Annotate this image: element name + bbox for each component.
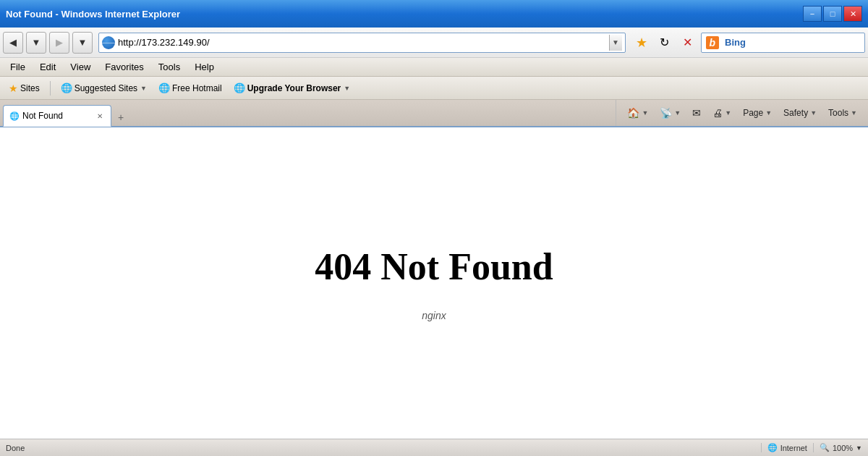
bing-search-box[interactable]: b Bing (701, 33, 865, 53)
upgrade-browser-button[interactable]: 🌐 Upgrade Your Browser ▼ (231, 81, 354, 95)
maximize-button[interactable]: □ (823, 6, 842, 22)
address-bar[interactable]: ▼ (98, 33, 626, 53)
minimize-button[interactable]: − (803, 6, 822, 22)
status-bar: Done 🌐 Internet 🔍 100% ▼ (0, 439, 868, 456)
ie-logo-icon (102, 36, 115, 49)
active-tab[interactable]: 🌐 Not Found ✕ (3, 105, 111, 127)
upgrade-ie-icon: 🌐 (234, 83, 245, 93)
home-icon: 🏠 (627, 107, 639, 119)
menu-bar: File Edit View Favorites Tools Help (0, 58, 868, 77)
tab-icon: 🌐 (9, 111, 20, 121)
menu-tools[interactable]: Tools (151, 60, 187, 74)
print-icon: 🖨 (712, 107, 723, 119)
bing-search-input[interactable] (752, 38, 860, 48)
menu-help[interactable]: Help (187, 60, 221, 74)
tools-dropdown-icon: ▼ (851, 109, 857, 117)
forward-button[interactable]: ▶ (49, 32, 69, 54)
safety-button[interactable]: Safety ▼ (778, 103, 822, 123)
tools-button[interactable]: Tools ▼ (823, 103, 862, 123)
menu-view[interactable]: View (63, 60, 98, 74)
menu-edit[interactable]: Edit (33, 60, 63, 74)
page-content: 404 Not Found nginx (0, 127, 868, 439)
refresh-button[interactable]: ↻ (655, 33, 675, 53)
suggested-sites-label: Suggested Sites (75, 83, 137, 93)
security-zone: 🌐 Internet (761, 443, 807, 452)
back-button[interactable]: ◀ (3, 32, 23, 54)
feeds-dropdown-icon: ▼ (674, 109, 681, 117)
address-dropdown-button[interactable]: ▼ (609, 35, 622, 51)
print-dropdown-icon: ▼ (725, 109, 731, 117)
forward-dropdown-icon: ▼ (78, 37, 88, 48)
suggested-sites-button[interactable]: 🌐 Suggested Sites ▼ (58, 81, 150, 95)
zoom-label: 100% (833, 444, 853, 452)
server-label: nginx (422, 310, 446, 321)
suggested-sites-dropdown-icon: ▼ (140, 85, 147, 92)
error-heading: 404 Not Found (315, 245, 553, 288)
title-bar: Not Found - Windows Internet Explorer − … (0, 0, 868, 28)
tab-label: Not Found (22, 111, 92, 121)
tab-command-row: 🌐 Not Found ✕ + 🏠 ▼ 📡 ▼ ✉ 🖨 ▼ (0, 100, 868, 127)
favorites-divider (50, 81, 51, 96)
safety-dropdown-icon: ▼ (810, 109, 817, 117)
zoom-icon: 🔍 (820, 443, 830, 452)
favorites-sites-label: Sites (20, 83, 40, 93)
home-button[interactable]: 🏠 ▼ (622, 103, 653, 123)
favorites-star-icon[interactable]: ★ (631, 33, 652, 53)
zoom-dropdown-icon: ▼ (856, 444, 862, 452)
window-controls: − □ ✕ (803, 6, 862, 22)
free-hotmail-label: Free Hotmail (172, 83, 222, 93)
favorites-bar: ★ Sites 🌐 Suggested Sites ▼ 🌐 Free Hotma… (0, 77, 868, 100)
page-dropdown-icon: ▼ (765, 109, 772, 117)
read-mail-button[interactable]: ✉ (687, 103, 706, 123)
stop-icon: ✕ (683, 35, 692, 49)
new-tab-button[interactable]: + (113, 109, 129, 126)
window-title: Not Found - Windows Internet Explorer (6, 9, 803, 20)
stop-button[interactable]: ✕ (678, 33, 698, 53)
back-dropdown-button[interactable]: ▼ (26, 32, 46, 54)
menu-favorites[interactable]: Favorites (98, 60, 150, 74)
favorites-center-button[interactable]: ★ Sites (6, 81, 43, 96)
tab-strip: 🌐 Not Found ✕ + (0, 100, 616, 126)
zone-label: Internet (780, 444, 807, 452)
page-label: Page (743, 108, 763, 118)
suggested-sites-ie-icon: 🌐 (61, 83, 72, 93)
menu-file[interactable]: File (3, 60, 33, 74)
bing-label: Bing (725, 37, 746, 48)
command-bar: 🏠 ▼ 📡 ▼ ✉ 🖨 ▼ Page ▼ Safety ▼ (616, 100, 868, 126)
status-text: Done (6, 444, 755, 452)
mail-icon: ✉ (692, 107, 701, 119)
forward-dropdown-button[interactable]: ▼ (72, 32, 93, 54)
bing-logo: b (706, 36, 720, 49)
close-button[interactable]: ✕ (843, 6, 862, 22)
upgrade-browser-label: Upgrade Your Browser (247, 83, 341, 93)
zoom-control[interactable]: 🔍 100% ▼ (813, 443, 862, 452)
back-icon: ◀ (9, 37, 17, 48)
feeds-button[interactable]: 📡 ▼ (655, 103, 686, 123)
print-button[interactable]: 🖨 ▼ (707, 103, 736, 123)
new-tab-icon: + (118, 111, 124, 123)
free-hotmail-button[interactable]: 🌐 Free Hotmail (156, 81, 225, 95)
address-input[interactable] (118, 37, 609, 48)
upgrade-dropdown-icon: ▼ (344, 85, 350, 92)
tools-label: Tools (828, 108, 848, 118)
globe-icon: 🌐 (767, 443, 778, 452)
navigation-toolbar: ◀ ▼ ▶ ▼ ▼ ★ ↻ ✕ b Bing (0, 28, 868, 58)
hotmail-ie-icon: 🌐 (158, 83, 170, 93)
forward-icon: ▶ (56, 37, 63, 48)
feeds-icon: 📡 (660, 107, 672, 119)
back-dropdown-icon: ▼ (32, 37, 41, 48)
safety-label: Safety (783, 108, 808, 118)
favorites-star-icon: ★ (9, 83, 18, 94)
tab-close-button[interactable]: ✕ (95, 111, 105, 121)
page-button[interactable]: Page ▼ (738, 103, 777, 123)
home-dropdown-icon: ▼ (642, 109, 648, 117)
refresh-icon: ↻ (660, 35, 669, 49)
